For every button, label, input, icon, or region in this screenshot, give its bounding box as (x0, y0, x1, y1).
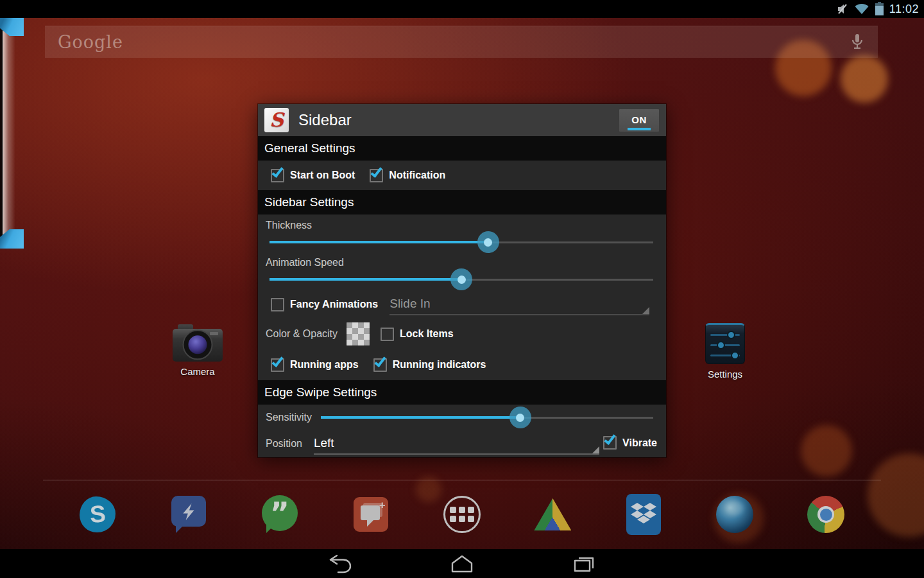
shortcut-label: Settings (708, 369, 742, 380)
wifi-icon (854, 3, 869, 15)
dock: S ” + (77, 493, 846, 536)
position-row: Position Left Vibrate (258, 430, 666, 457)
slider-fill (321, 416, 520, 419)
checkbox-label: Fancy Animations (290, 299, 378, 310)
thickness-slider[interactable] (270, 231, 653, 253)
slider-fill (270, 278, 461, 281)
slider-label: Sensitivity (266, 412, 321, 423)
section-title: Edge Swipe Settings (264, 385, 377, 399)
checkbox-running-indicators[interactable]: Running indicators (373, 358, 486, 372)
google-logo: Google (45, 32, 123, 52)
general-checkbox-row: Start on Boot Notification (258, 161, 666, 190)
running-row: Running apps Running indicators (258, 349, 666, 380)
section-sidebar-settings: Sidebar Settings (258, 190, 666, 215)
bokeh-light (841, 55, 888, 103)
dock-app-browser-globe[interactable] (714, 493, 755, 536)
microphone-icon[interactable] (847, 31, 868, 52)
recents-icon (571, 554, 597, 574)
checkbox-lock-items[interactable]: Lock Items (381, 328, 454, 341)
color-opacity-row: Color & Opacity Lock Items (258, 319, 666, 349)
shortcut-camera[interactable]: Camera (162, 324, 233, 377)
home-button[interactable] (447, 553, 477, 575)
android-home-screen: 11:02 Google Camera (0, 0, 924, 578)
checkbox-running-apps[interactable]: Running apps (271, 358, 359, 372)
dropbox-icon (626, 494, 661, 535)
sidebar-app-icon: S (264, 108, 289, 132)
checkbox-icon (271, 358, 284, 372)
dock-app-chrome[interactable] (805, 493, 846, 536)
checkbox-icon (271, 169, 284, 182)
google-search-widget[interactable]: Google (45, 26, 878, 58)
animation-speed-label-row: Animation Speed (258, 253, 666, 268)
sidebar-edge-widget (0, 18, 24, 247)
slider-thumb[interactable] (509, 407, 531, 428)
status-bar: 11:02 (0, 0, 924, 18)
back-button[interactable] (325, 553, 355, 575)
battery-icon (875, 3, 884, 15)
status-clock: 11:02 (889, 3, 919, 16)
thickness-slider-row (258, 231, 666, 253)
checkbox-fancy-animations[interactable]: Fancy Animations (271, 298, 378, 311)
fancy-animations-row: Fancy Animations Slide In (258, 290, 666, 319)
hangouts-icon: ” (262, 495, 298, 534)
camera-icon (173, 324, 223, 362)
facebook-messenger-icon (171, 496, 206, 533)
browser-globe-icon (716, 496, 753, 533)
app-drawer-icon (443, 496, 481, 533)
dock-app-hangouts[interactable]: ” (259, 493, 300, 536)
bokeh-light (868, 453, 924, 537)
shortcut-label: Camera (180, 366, 214, 377)
recents-button[interactable] (569, 553, 599, 575)
section-general-settings: General Settings (258, 136, 666, 161)
checkbox-notification[interactable]: Notification (370, 169, 445, 182)
toggle-label: ON (631, 114, 647, 125)
settings-sliders-icon (705, 323, 745, 364)
dock-app-facebook-messenger[interactable] (168, 493, 209, 536)
skype-icon: S (80, 496, 116, 532)
checkbox-label: Lock Items (400, 328, 454, 340)
sidebar-settings-dialog: S Sidebar ON General Settings Start on B… (258, 104, 666, 457)
thickness-label-row: Thickness (258, 215, 666, 231)
slider-thumb[interactable] (450, 268, 472, 290)
dock-app-google-drive[interactable] (532, 493, 573, 536)
slider-fill (270, 241, 488, 243)
google-messenger-icon: + (354, 497, 388, 532)
bokeh-light (801, 425, 852, 477)
position-spinner[interactable]: Left (314, 433, 599, 455)
animation-speed-slider[interactable] (270, 268, 653, 290)
position-label: Position (266, 438, 302, 450)
home-icon (449, 554, 475, 574)
checkbox-icon (370, 169, 383, 182)
checkbox-label: Running apps (290, 359, 359, 371)
checkbox-label: Notification (389, 170, 445, 181)
toggle-accent-bar (628, 128, 651, 130)
dock-app-dropbox[interactable] (623, 493, 664, 536)
animation-type-spinner[interactable]: Slide In (389, 293, 649, 315)
shortcut-settings[interactable]: Settings (690, 323, 760, 380)
slider-thumb[interactable] (477, 231, 499, 253)
dock-divider (43, 480, 881, 480)
sensitivity-row: Sensitivity (258, 405, 666, 430)
slider-label: Thickness (266, 220, 312, 231)
on-off-toggle[interactable]: ON (619, 109, 660, 132)
dialog-title: Sidebar (298, 111, 352, 129)
sidebar-edge-glow (3, 22, 15, 243)
google-drive-icon (534, 498, 571, 530)
checkbox-vibrate[interactable]: Vibrate (603, 436, 657, 450)
dock-app-skype[interactable]: S (77, 493, 118, 536)
section-title: General Settings (264, 141, 355, 155)
section-edge-swipe-settings: Edge Swipe Settings (258, 380, 666, 405)
checkbox-icon (381, 328, 394, 341)
slider-label: Animation Speed (266, 257, 344, 268)
volume-muted-icon (837, 3, 848, 15)
sensitivity-slider[interactable] (321, 407, 653, 428)
checkbox-icon (603, 436, 617, 450)
navigation-bar (0, 549, 924, 578)
dialog-header: S Sidebar ON (258, 104, 666, 136)
color-opacity-swatch[interactable] (346, 322, 370, 346)
back-icon (326, 554, 354, 574)
checkbox-start-on-boot[interactable]: Start on Boot (271, 169, 355, 182)
dock-app-drawer[interactable] (441, 493, 483, 536)
dock-app-google-messenger[interactable]: + (350, 493, 391, 536)
spinner-value: Slide In (389, 297, 430, 311)
